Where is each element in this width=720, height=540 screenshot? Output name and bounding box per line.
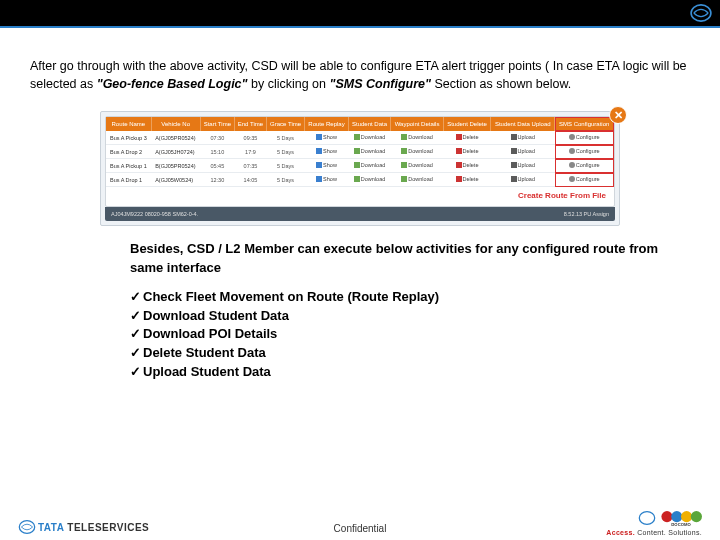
cell-sms-config[interactable]: Configure xyxy=(555,131,614,145)
svg-point-2 xyxy=(639,512,654,525)
download-icon xyxy=(354,162,360,168)
col-grace: Grace Time xyxy=(267,117,305,131)
col-sms-config: SMS Configuration xyxy=(555,117,614,131)
cell-download[interactable]: Download xyxy=(348,159,390,173)
cell-end: 07:35 xyxy=(234,159,266,173)
activity-list: Check Fleet Movement on Route (Route Rep… xyxy=(130,288,660,382)
cell-sms-config[interactable]: Configure xyxy=(555,145,614,159)
svg-point-3 xyxy=(661,511,672,522)
upload-icon xyxy=(511,134,517,140)
cell-download[interactable]: Download xyxy=(348,131,390,145)
download-icon xyxy=(401,162,407,168)
gear-icon xyxy=(569,176,575,182)
cell-download[interactable]: Download xyxy=(348,145,390,159)
brand-tata: TATA xyxy=(38,522,67,533)
status-strip: AJ04JM9222 08020-958 SM62-0-4. 8.52.13 P… xyxy=(105,207,615,221)
teleservices-text: TATA TELESERVICES xyxy=(38,522,149,533)
cell-end: 14:05 xyxy=(234,173,266,187)
cell-download[interactable]: Download xyxy=(348,173,390,187)
tagline-rest: Content. Solutions. xyxy=(635,529,702,536)
intro-post: Section as shown below. xyxy=(431,77,571,91)
tata-logo-small-icon xyxy=(638,511,656,525)
svg-point-5 xyxy=(681,511,692,522)
delete-icon xyxy=(456,134,462,140)
cell-grace: 5 Days xyxy=(267,173,305,187)
cell-route: Bus A Drop 1 xyxy=(106,173,151,187)
cell-start: 07:30 xyxy=(200,131,234,145)
download-icon xyxy=(401,134,407,140)
cell-show[interactable]: Show xyxy=(305,173,349,187)
cell-upload[interactable]: Upload xyxy=(491,159,555,173)
col-route: Route Name xyxy=(106,117,151,131)
download-icon xyxy=(401,148,407,154)
route-panel: Route Name Vehicle No Start Time End Tim… xyxy=(105,116,615,207)
download-icon xyxy=(354,176,360,182)
gear-icon xyxy=(569,162,575,168)
svg-point-4 xyxy=(671,511,682,522)
cell-delete[interactable]: Delete xyxy=(443,145,490,159)
table-header-row: Route Name Vehicle No Start Time End Tim… xyxy=(106,117,614,131)
cell-upload[interactable]: Upload xyxy=(491,145,555,159)
table-row: Bus A Drop 1A(GJ05W0524)12:3014:055 Days… xyxy=(106,173,614,187)
list-item: Check Fleet Movement on Route (Route Rep… xyxy=(130,288,660,307)
cell-show[interactable]: Show xyxy=(305,159,349,173)
route-table: Route Name Vehicle No Start Time End Tim… xyxy=(106,117,614,187)
intro-mid: by clicking on xyxy=(248,77,330,91)
svg-text:DOCOMO: DOCOMO xyxy=(671,522,691,527)
upload-icon xyxy=(511,162,517,168)
eye-icon xyxy=(316,134,322,140)
cell-waypoint[interactable]: Download xyxy=(391,131,444,145)
cell-show[interactable]: Show xyxy=(305,131,349,145)
col-vehicle: Vehicle No xyxy=(151,117,200,131)
cell-grace: 5 Days xyxy=(267,159,305,173)
strip-right: 8.52.13 PU Assign xyxy=(564,211,609,217)
delete-icon xyxy=(456,162,462,168)
cell-delete[interactable]: Delete xyxy=(443,131,490,145)
footer: TATA TELESERVICES Confidential DOCOMO Ac… xyxy=(0,523,720,534)
secondary-head: Besides, CSD / L2 Member can execute bel… xyxy=(130,240,660,278)
tata-logo-top xyxy=(690,4,712,22)
gear-icon xyxy=(569,148,575,154)
cell-waypoint[interactable]: Download xyxy=(391,159,444,173)
intro-emph1: "Geo-fence Based Logic" xyxy=(97,77,248,91)
eye-icon xyxy=(316,162,322,168)
cell-upload[interactable]: Upload xyxy=(491,131,555,145)
create-route-link[interactable]: Create Route From File xyxy=(106,187,614,206)
delete-icon xyxy=(456,148,462,154)
footer-brand-right: DOCOMO Access. Content. Solutions. xyxy=(606,507,702,536)
cell-start: 15:10 xyxy=(200,145,234,159)
cell-end: 09:35 xyxy=(234,131,266,145)
title-bar xyxy=(0,0,720,28)
cell-vehicle: A(GJ05PR0524) xyxy=(151,131,200,145)
secondary-block: Besides, CSD / L2 Member can execute bel… xyxy=(0,226,720,382)
col-waypoint: Waypoint Details xyxy=(391,117,444,131)
close-icon[interactable]: ✕ xyxy=(609,106,627,124)
cell-waypoint[interactable]: Download xyxy=(391,173,444,187)
list-item: Delete Student Data xyxy=(130,344,660,363)
strip-left: AJ04JM9222 08020-958 SM62-0-4. xyxy=(111,211,198,217)
cell-delete[interactable]: Delete xyxy=(443,159,490,173)
download-icon xyxy=(354,148,360,154)
cell-route: Bus A Drop 2 xyxy=(106,145,151,159)
cell-end: 17:9 xyxy=(234,145,266,159)
table-row: Bus A Pickup 3A(GJ05PR0524)07:3009:355 D… xyxy=(106,131,614,145)
intro-paragraph: After go through with the above activity… xyxy=(0,28,720,103)
cell-upload[interactable]: Upload xyxy=(491,173,555,187)
cell-waypoint[interactable]: Download xyxy=(391,145,444,159)
cell-show[interactable]: Show xyxy=(305,145,349,159)
list-item: Download POI Details xyxy=(130,325,660,344)
tata-logo-icon xyxy=(18,520,36,534)
cell-grace: 5 Days xyxy=(267,131,305,145)
tagline: Access. Content. Solutions. xyxy=(606,529,702,536)
table-row: Bus A Pickup 1B(GJ05PR0524)05:4507:355 D… xyxy=(106,159,614,173)
cell-sms-config[interactable]: Configure xyxy=(555,159,614,173)
cell-vehicle: A(GJ05W0524) xyxy=(151,173,200,187)
download-icon xyxy=(401,176,407,182)
col-upload: Student Data Upload xyxy=(491,117,555,131)
cell-sms-config[interactable]: Configure xyxy=(555,173,614,187)
cell-delete[interactable]: Delete xyxy=(443,173,490,187)
table-row: Bus A Drop 2A(GJ05JH0724)15:1017:95 Days… xyxy=(106,145,614,159)
tagline-access: Access. xyxy=(606,529,635,536)
gear-icon xyxy=(569,134,575,140)
cell-start: 05:45 xyxy=(200,159,234,173)
